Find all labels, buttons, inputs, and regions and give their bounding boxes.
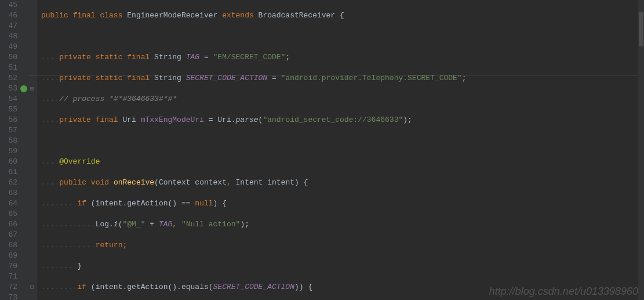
line-number: 53 (3, 84, 17, 94)
line-number: 68 (3, 240, 17, 251)
line-number: 48 (3, 31, 17, 42)
line-number: 45 (3, 0, 17, 10)
line-number: 70 (3, 261, 17, 272)
line-number: 57 (3, 125, 17, 136)
line-number: 54 (3, 94, 17, 104)
line-number: 64 (3, 198, 17, 209)
line-number: 52 (3, 73, 17, 84)
line-number: 49 (3, 42, 17, 52)
line-number: 58 (3, 136, 17, 146)
line-number: 55 (3, 104, 17, 115)
scrollbar-thumb[interactable] (639, 12, 643, 46)
code-line[interactable]: ........} (41, 261, 644, 272)
line-number: 65 (3, 209, 17, 219)
method-separator-line (29, 75, 644, 76)
code-line[interactable]: ....@Override (41, 157, 644, 167)
fold-gutter[interactable]: ⊟ ⊟ (29, 0, 37, 300)
line-number: 73 (3, 292, 17, 300)
line-number: 51 (3, 63, 17, 73)
line-number: 50 (3, 52, 17, 63)
vertical-scrollbar[interactable] (638, 0, 644, 300)
code-line[interactable]: ............return; (41, 240, 644, 251)
code-line[interactable]: ....private static final String SECRET_C… (41, 73, 644, 84)
code-line[interactable]: ............Log.i("@M_" + TAG, "Null act… (41, 219, 644, 230)
watermark-text: http://blog.csdn.net/u013398960 (489, 286, 638, 297)
line-number: 63 (3, 188, 17, 198)
line-number: 61 (3, 167, 17, 178)
line-number: 47 (3, 21, 17, 31)
line-number: 71 (3, 272, 17, 282)
code-line[interactable] (41, 31, 644, 42)
code-line[interactable]: public final class EngineerModeReceiver … (41, 10, 644, 21)
code-line[interactable]: ....public void onReceive(Context contex… (41, 178, 644, 188)
code-line[interactable]: ....// process *#*#3646633#*#* (41, 94, 644, 104)
line-number: 66 (3, 219, 17, 230)
fold-end-icon[interactable]: ⊟ (30, 282, 34, 292)
line-number: 46 (3, 10, 17, 21)
code-line[interactable]: ....private static final String TAG = "E… (41, 52, 644, 63)
code-editor[interactable]: 45 46 47 48 49 50 51 52 53 54 55 56 57 5… (0, 0, 644, 300)
gutter-icon-strip (20, 0, 29, 300)
code-line[interactable]: ........if (intent.getAction() == null) … (41, 198, 644, 209)
line-number: 62 (3, 178, 17, 188)
line-number: 69 (3, 251, 17, 261)
override-marker-icon[interactable] (20, 85, 27, 92)
line-number: 56 (3, 115, 17, 125)
fold-collapse-icon[interactable]: ⊟ (30, 84, 34, 94)
code-area[interactable]: public final class EngineerModeReceiver … (37, 0, 644, 300)
code-line[interactable]: ....private final Uri mTxxEngModeUri = U… (41, 115, 644, 125)
line-number: 67 (3, 230, 17, 240)
line-number-gutter: 45 46 47 48 49 50 51 52 53 54 55 56 57 5… (0, 0, 20, 300)
line-number: 60 (3, 157, 17, 167)
code-line[interactable] (41, 136, 644, 146)
line-number: 72 (3, 282, 17, 292)
line-number: 59 (3, 146, 17, 157)
